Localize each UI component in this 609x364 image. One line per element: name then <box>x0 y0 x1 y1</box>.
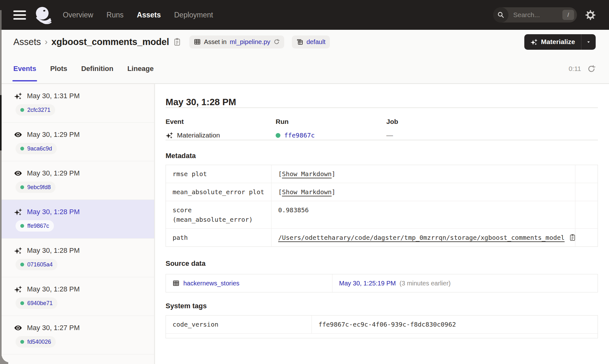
table-row: rmse plot[Show Markdown] <box>166 165 598 183</box>
observation-eye-icon <box>14 131 22 139</box>
search-placeholder: Search... <box>513 11 540 19</box>
run-id-link[interactable]: ffe9867c <box>27 223 49 229</box>
metadata-value: [Show Markdown] <box>272 183 575 201</box>
event-list-item[interactable]: May 30, 1:28 PMffe9867c <box>0 200 154 239</box>
run-id-link[interactable]: fd540026 <box>27 339 51 345</box>
materialization-sparkle-icon <box>166 131 173 139</box>
event-summary: Event Materialization Run ffe9867c J <box>166 118 598 140</box>
materialization-sparkle-icon <box>14 92 22 100</box>
system-tags-heading: System tags <box>166 302 598 310</box>
materialize-button[interactable]: Materialize <box>524 34 581 50</box>
chevron-down-icon <box>586 39 591 45</box>
event-list-item[interactable]: May 30, 1:27 PMfd540026 <box>0 316 154 354</box>
event-type-value: Materialization <box>166 131 276 140</box>
run-id-link[interactable]: 2cfc3271 <box>27 107 50 113</box>
materialize-options-button[interactable] <box>581 34 596 50</box>
event-list-item[interactable]: May 30, 1:28 PM071605a4 <box>0 239 154 277</box>
nav-link-overview[interactable]: Overview <box>63 11 93 19</box>
metadata-value: [Show Markdown] <box>272 165 575 183</box>
breadcrumb-assets-link[interactable]: Assets <box>13 37 41 47</box>
run-badge[interactable]: 9ebc9fd8 <box>16 182 56 193</box>
event-list-item[interactable]: May 30, 1:28 PM6940be71 <box>0 277 154 316</box>
run-status-dot <box>20 263 24 266</box>
menu-icon[interactable] <box>13 10 26 20</box>
code-location-link[interactable]: ml_pipeline.py <box>230 38 270 46</box>
storage-path-link[interactable]: /Users/odetteharary/code/dagster/tmp_0mz… <box>278 233 565 242</box>
sparkle-icon <box>530 38 538 46</box>
repository-pill[interactable]: default <box>292 35 330 48</box>
asset-definition-pill[interactable]: Asset in ml_pipeline.py <box>189 35 284 48</box>
nav-link-deployment[interactable]: Deployment <box>174 11 213 19</box>
observation-eye-icon <box>14 324 22 332</box>
run-badge[interactable]: fd540026 <box>16 336 56 348</box>
materialize-split-button: Materialize <box>524 34 596 50</box>
run-badge[interactable]: ffe9867c <box>16 220 54 232</box>
source-asset-link[interactable]: hackernews_stories <box>183 278 239 288</box>
divider <box>166 107 598 108</box>
nav-link-runs[interactable]: Runs <box>107 11 124 19</box>
materialize-label: Materialize <box>541 38 575 46</box>
tab-definition[interactable]: Definition <box>81 54 113 84</box>
run-status-dot <box>20 185 24 189</box>
metadata-table: rmse plot[Show Markdown]mean_absolute_er… <box>166 165 598 247</box>
settings-gear-icon[interactable] <box>585 10 596 20</box>
event-list-item[interactable]: May 30, 1:29 PM9ebc9fd8 <box>0 161 154 200</box>
event-detail-title: May 30, 1:28 PM <box>166 97 598 107</box>
asset-header: Assets › xgboost_comments_model Asset in… <box>0 30 609 54</box>
run-link[interactable]: ffe9867c <box>284 131 315 139</box>
event-timestamp: May 30, 1:27 PM <box>27 324 80 332</box>
refresh-countdown: 0:11 <box>569 65 581 73</box>
event-type-label: Event <box>166 118 276 125</box>
table-row: mean_absolute_error plot[Show Markdown] <box>166 183 598 201</box>
tab-plots[interactable]: Plots <box>50 54 67 84</box>
materialization-sparkle-icon <box>14 208 22 216</box>
metadata-heading: Metadata <box>166 152 598 160</box>
reload-definitions-icon[interactable] <box>273 39 280 45</box>
event-timestamp: May 30, 1:29 PM <box>27 169 80 177</box>
show-markdown-link[interactable]: Show Markdown <box>282 187 332 197</box>
nav-link-assets[interactable]: Assets <box>137 11 161 19</box>
refresh-icon[interactable] <box>587 65 596 73</box>
materialization-sparkle-icon <box>14 246 22 255</box>
dagster-logo[interactable] <box>34 6 52 24</box>
table-row: hackernews_stories May 30, 1:25:19 PM (3… <box>166 274 598 292</box>
show-markdown-link[interactable]: Show Markdown <box>282 169 332 179</box>
search-input[interactable]: Search... / <box>493 7 577 22</box>
source-timestamp-link[interactable]: May 30, 1:25:19 PM <box>339 280 396 287</box>
run-id-link[interactable]: 9ebc9fd8 <box>27 184 51 191</box>
source-data-table: hackernews_stories May 30, 1:25:19 PM (3… <box>166 274 598 292</box>
tab-lineage[interactable]: Lineage <box>127 54 154 84</box>
copy-asset-name-icon[interactable] <box>173 38 181 46</box>
workspace-icon <box>296 38 303 45</box>
event-timestamp: May 30, 1:28 PM <box>27 285 80 293</box>
observation-eye-icon <box>14 169 22 177</box>
tab-events[interactable]: Events <box>13 54 36 84</box>
repository-link[interactable]: default <box>306 38 325 46</box>
event-list-sidebar: May 30, 1:31 PM2cfc3271May 30, 1:29 PM9a… <box>0 84 155 364</box>
system-tag-key: code_version <box>166 316 312 333</box>
event-timestamp: May 30, 1:29 PM <box>27 131 80 139</box>
table-row-clipped <box>166 334 598 338</box>
metadata-key: mean_absolute_error plot <box>166 183 272 201</box>
search-shortcut-key: / <box>562 10 574 20</box>
system-tag-value: ffe9867c-ec9c-4f06-939c-f8dc830c0962 <box>312 316 598 333</box>
run-id-link[interactable]: 6940be71 <box>27 300 53 307</box>
run-id-link[interactable]: 071605a4 <box>27 261 53 268</box>
run-badge[interactable]: 2cfc3271 <box>16 104 55 116</box>
event-timestamp: May 30, 1:28 PM <box>27 208 80 216</box>
run-status-dot <box>276 133 280 138</box>
job-label: Job <box>386 118 598 125</box>
table-icon <box>194 38 201 45</box>
asset-tabs: EventsPlotsDefinitionLineage 0:11 <box>0 54 609 84</box>
run-badge[interactable]: 071605a4 <box>16 259 57 270</box>
run-status-dot <box>20 108 24 112</box>
top-nav: OverviewRunsAssetsDeployment Search... / <box>0 0 609 30</box>
materialization-sparkle-icon <box>14 285 22 293</box>
event-list-item[interactable]: May 30, 1:29 PM9aca6c9d <box>0 123 154 161</box>
run-badge[interactable]: 6940be71 <box>16 297 57 309</box>
metadata-value: /Users/odetteharary/code/dagster/tmp_0mz… <box>272 229 575 246</box>
run-id-link[interactable]: 9aca6c9d <box>27 145 52 152</box>
run-badge[interactable]: 9aca6c9d <box>16 143 57 154</box>
event-list-item[interactable]: May 30, 1:31 PM2cfc3271 <box>0 84 154 123</box>
table-row: code_versionffe9867c-ec9c-4f06-939c-f8dc… <box>166 316 598 334</box>
